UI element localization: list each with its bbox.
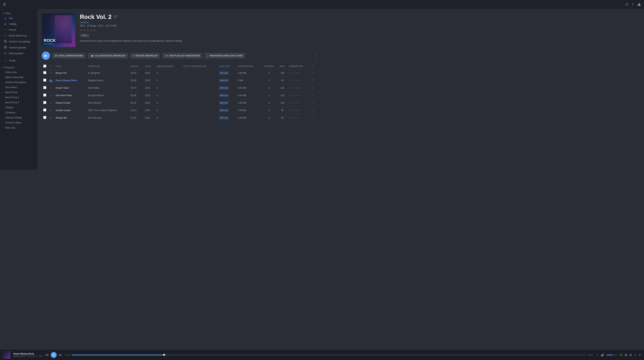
track-checkbox[interactable]	[43, 101, 46, 104]
playlist-label: Easy Jazz	[5, 126, 16, 129]
track-num	[48, 77, 54, 84]
svg-rect-8	[5, 48, 6, 48]
sidebar-item-asia-palace[interactable]: Asia Palace	[1, 85, 36, 90]
track-checkbox[interactable]	[43, 86, 46, 89]
sidebar-item-favorit[interactable]: ♡ Favorit	[1, 27, 36, 33]
shuffle-button[interactable]: ⇄ ZUFALLSWIEDERGABE	[52, 53, 86, 59]
sidebar-item-best-of-pop-3[interactable]: Best Of Pop 3	[1, 100, 36, 105]
track-artist: MagNab Music	[86, 77, 129, 84]
sidebar-item-alle[interactable]: ⊙ Alle	[1, 16, 36, 21]
track-year: 2023	[144, 114, 156, 122]
alle-icon: ⊙	[4, 17, 7, 20]
track-last-played	[181, 107, 217, 114]
track-favorite[interactable]: ♡	[310, 114, 318, 122]
sidebar-item-songs[interactable]: ♩ Songs	[1, 58, 36, 63]
songs-icon: ♩	[4, 59, 7, 62]
sidebar-item-action-hero[interactable]: Action Hero	[1, 70, 36, 75]
add-playlist-button[interactable]: ≡+ ZUR PLAYLIST HINZUFÜGEN	[162, 53, 202, 59]
play-next-button[interactable]: ≡▶ ALS NÄCHSTES ABSPIELEN	[88, 53, 128, 59]
track-title[interactable]: Bring It On	[54, 69, 86, 77]
star-5[interactable]: ★	[93, 29, 96, 32]
favorite-icon[interactable]: ♡	[114, 15, 117, 19]
add-playlist-label: ZUR PLAYLIST HINZUFÜGEN	[169, 55, 200, 57]
topbar-left: ☰	[3, 3, 6, 7]
track-tracks: 2	[261, 99, 277, 107]
playlists-section-header[interactable]: ▾ Playlisten	[0, 65, 37, 70]
track-last-played	[181, 77, 217, 84]
album-tag: Rock	[80, 34, 89, 37]
later-icon: ≡	[133, 54, 134, 57]
star-1[interactable]: ★	[80, 29, 82, 32]
sidebar-item-children[interactable]: Children	[1, 105, 36, 110]
playlist-label: Best Of Pop	[5, 91, 17, 94]
albums-section-header[interactable]: ▾ Alben	[0, 11, 37, 15]
track-favorite[interactable]: ♡	[310, 92, 318, 99]
shuffle-label: ZUFALLSWIEDERGABE	[58, 55, 83, 57]
star-4[interactable]: ★	[90, 29, 92, 32]
sidebar-item-beste-bewertung[interactable]: ☆ Beste Bewertung	[1, 33, 36, 39]
sidebar-item-country-blues[interactable]: Country & Blues	[1, 120, 36, 125]
sidebar-item-best-of-pop-2[interactable]: Best Of Pop 2	[1, 95, 36, 100]
track-checkbox[interactable]	[43, 79, 46, 82]
next-icon: ≡▶	[90, 54, 94, 57]
play-later-button[interactable]: ≡ SPÄTER ABSPIELEN	[130, 53, 160, 59]
sidebar-item-zufaellig[interactable]: ⇄ Zufällig	[1, 21, 36, 27]
sidebar-item-ambient-atmosphere[interactable]: Ambient Atmosphere	[1, 80, 36, 85]
menu-button[interactable]: ☰	[3, 3, 6, 7]
header-duration: DAUER	[129, 64, 144, 69]
track-filesize: 5.03 MB	[236, 84, 261, 92]
sidebar-item-alpine-volksmusik[interactable]: Alpine Volksmusik	[1, 75, 36, 80]
sidebar-item-kuerzelich-gespielt[interactable]: Kürzlich gespielt	[1, 45, 36, 51]
download-button[interactable]: ↓ HERUNTERLADEN (106.76 MB)	[205, 53, 245, 59]
playlist-add-icon: ≡+	[165, 54, 168, 57]
track-tracks: 2	[261, 114, 277, 122]
track-last-played	[181, 114, 217, 122]
track-checkbox[interactable]	[43, 116, 46, 119]
track-favorite[interactable]: ♡	[310, 77, 318, 84]
track-title[interactable]: Dream Cruisin	[54, 99, 86, 107]
track-checkbox[interactable]	[43, 71, 46, 74]
track-duration: 02:07	[129, 84, 144, 92]
star-3[interactable]: ★	[86, 29, 89, 32]
track-title[interactable]: Paul's Bluesy Rock	[54, 77, 86, 84]
table-row: 6 Gumbo Jumbo 3001 The Creative Odyssee …	[42, 107, 318, 114]
track-title[interactable]: Always Me	[54, 114, 86, 122]
track-duration: 02:06	[129, 92, 144, 99]
sidebar-item-kuerzelich-hinzugefuegt[interactable]: Kürzlich hinzugefügt	[1, 39, 36, 45]
sidebar-item-christmas[interactable]: Christmas	[1, 110, 36, 115]
star-2[interactable]: ★	[83, 29, 86, 32]
track-checkbox[interactable]	[43, 94, 46, 97]
more-options-button[interactable]: ⋮	[314, 53, 318, 58]
track-filesize: 5 MB	[236, 77, 261, 84]
track-checkbox[interactable]	[43, 109, 46, 112]
album-cover: ROCK VOLUME 2	[42, 14, 75, 47]
track-favorite[interactable]: ♡	[310, 84, 318, 92]
track-check-cell	[42, 99, 48, 107]
track-favorite[interactable]: ♡	[310, 99, 318, 107]
album-duration: 45:17	[98, 25, 104, 27]
track-title[interactable]: One More Rock	[54, 92, 86, 99]
track-rating: ★★★★★	[288, 92, 310, 99]
track-quality: MP3 320	[217, 69, 236, 77]
track-title[interactable]: Dream Team	[54, 84, 86, 92]
track-favorite[interactable]: ♡	[310, 69, 318, 77]
track-quality: MP3 320	[217, 114, 236, 122]
sidebar-item-label: Kürzlich gespielt	[9, 46, 26, 49]
table-row: 5 Dream Cruisin Nick Behnan 02:16 2023 0…	[42, 99, 318, 107]
sidebar-item-meist-gespielt[interactable]: ⇌ Meist gespielt	[1, 51, 36, 56]
sidebar-item-easy-jazz[interactable]: Easy Jazz	[1, 125, 36, 130]
playlist-label: Asia Palace	[5, 86, 17, 89]
shuffle-icon: ⇄	[55, 54, 57, 57]
header-filesize: DATEIGRÖSSE	[236, 64, 261, 69]
playlist-label: Action Hero	[5, 71, 17, 74]
play-button[interactable]: ▶	[42, 52, 50, 60]
sidebar-item-classical-strings[interactable]: Classical Strings	[1, 115, 36, 120]
track-title[interactable]: Gumbo Jumbo	[54, 107, 86, 114]
track-favorite[interactable]: ♡	[310, 107, 318, 114]
select-all-checkbox[interactable]	[43, 65, 46, 68]
sidebar: ▾ Alben ⊙ Alle ⇄ Zufällig ♡ Favorit ☆ Be…	[0, 9, 37, 170]
sidebar-item-best-of-pop[interactable]: Best Of Pop	[1, 90, 36, 95]
track-bpm: 85	[277, 114, 288, 122]
track-year: 2023	[144, 84, 156, 92]
sidebar-item-label: Zufällig	[9, 23, 16, 26]
